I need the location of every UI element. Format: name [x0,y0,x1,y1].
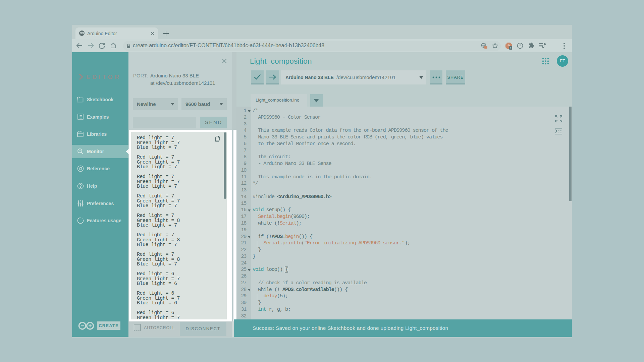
svg-text:1: 1 [510,47,512,50]
